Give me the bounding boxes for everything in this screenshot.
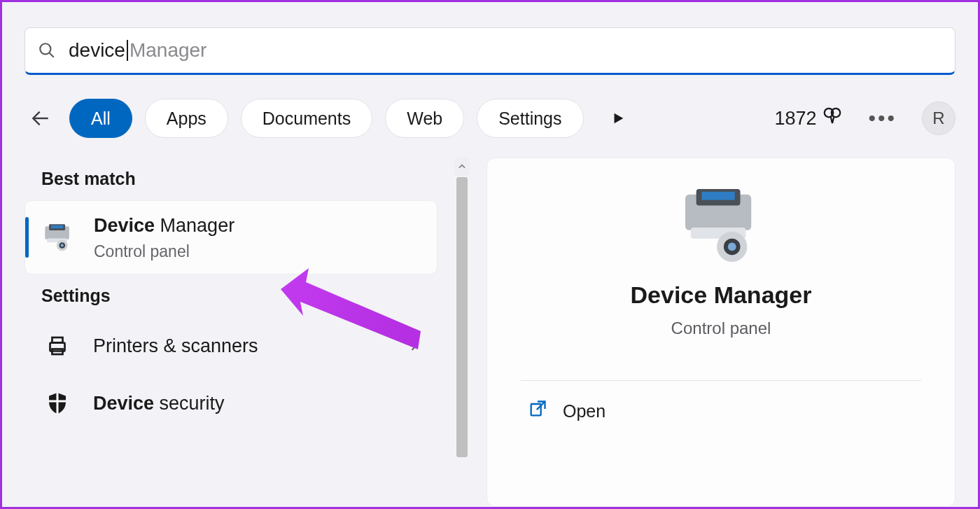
svg-rect-8 <box>51 225 63 228</box>
avatar-initial: R <box>932 109 944 128</box>
result-device-manager[interactable]: Device Manager Control panel <box>24 200 438 274</box>
detail-subtitle: Control panel <box>671 319 771 338</box>
settings-header: Settings <box>24 274 438 317</box>
svg-point-12 <box>61 244 64 246</box>
tab-apps[interactable]: Apps <box>145 99 228 138</box>
search-input[interactable]: device Manager <box>69 39 942 62</box>
open-external-icon <box>528 399 547 423</box>
back-button[interactable] <box>24 102 57 134</box>
medal-icon <box>822 106 843 132</box>
svg-line-1 <box>49 53 54 57</box>
tab-web[interactable]: Web <box>385 99 464 138</box>
best-match-header: Best match <box>24 158 438 200</box>
device-manager-icon-large <box>676 186 766 263</box>
avatar[interactable]: R <box>922 102 955 135</box>
svg-point-24 <box>728 243 736 251</box>
svg-rect-25 <box>531 404 541 415</box>
results-list: Best match Device Manager <box>24 158 438 507</box>
detail-panel: Device Manager Control panel Open <box>486 158 955 507</box>
more-options-button[interactable]: ••• <box>855 106 909 130</box>
result-device-security[interactable]: Device security <box>24 375 438 432</box>
result-title: Device Manager <box>94 214 420 238</box>
text-caret <box>127 40 128 61</box>
detail-title: Device Manager <box>631 281 812 309</box>
chevron-right-icon <box>407 339 421 353</box>
filter-row: All Apps Documents Web Settings 1872 •••… <box>24 99 955 138</box>
shield-icon <box>41 387 74 419</box>
result-title: Device security <box>93 391 421 416</box>
result-printers-scanners[interactable]: Printers & scanners <box>24 317 438 375</box>
search-suggestion-text: Manager <box>130 39 207 62</box>
device-manager-icon <box>42 221 74 253</box>
result-title: Printers & scanners <box>93 334 407 358</box>
tab-all[interactable]: All <box>69 99 132 138</box>
scroll-up-button[interactable] <box>454 158 470 176</box>
svg-point-0 <box>40 43 50 54</box>
search-icon <box>38 41 56 60</box>
svg-rect-20 <box>702 192 735 200</box>
scroll-thumb[interactable] <box>456 177 468 457</box>
svg-rect-17 <box>57 393 59 414</box>
rewards-points[interactable]: 1872 <box>774 106 843 132</box>
action-label: Open <box>563 401 606 421</box>
scrollbar[interactable] <box>454 158 470 507</box>
printer-icon <box>41 330 74 362</box>
tab-documents[interactable]: Documents <box>241 99 372 138</box>
svg-marker-3 <box>614 113 623 124</box>
action-open[interactable]: Open <box>521 381 921 426</box>
more-filters-arrow-icon[interactable] <box>610 111 626 126</box>
svg-rect-14 <box>52 337 63 343</box>
points-value: 1872 <box>774 108 816 130</box>
tab-settings[interactable]: Settings <box>477 99 583 138</box>
search-typed-text: device <box>69 39 125 62</box>
search-bar[interactable]: device Manager <box>24 27 955 75</box>
result-subtitle: Control panel <box>94 242 420 261</box>
